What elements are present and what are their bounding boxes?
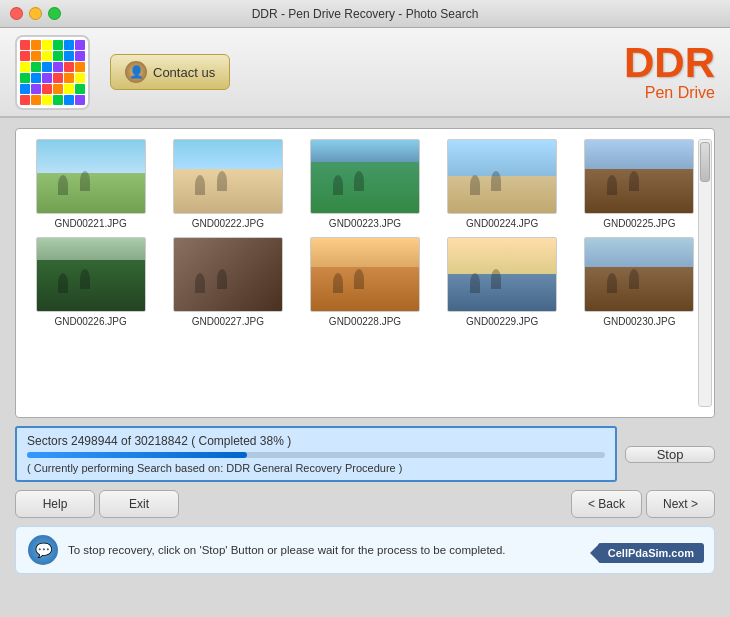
photo-item[interactable]: GND00230.JPG — [575, 237, 704, 327]
logo-cell — [64, 62, 74, 72]
logo-cell — [42, 95, 52, 105]
logo-cell — [75, 40, 85, 50]
logo-cell — [53, 73, 63, 83]
scrollbar[interactable] — [698, 139, 712, 407]
photo-filename: GND00227.JPG — [192, 316, 264, 327]
photo-item[interactable]: GND00225.JPG — [575, 139, 704, 229]
photo-filename: GND00221.JPG — [54, 218, 126, 229]
logo-cell — [42, 40, 52, 50]
logo-cell — [64, 51, 74, 61]
photo-thumbnail — [173, 139, 283, 214]
app-logo — [15, 35, 90, 110]
contact-button[interactable]: 👤 Contact us — [110, 54, 230, 90]
logo-cell — [31, 73, 41, 83]
logo-cell — [20, 62, 30, 72]
logo-cell — [53, 62, 63, 72]
photo-filename: GND00226.JPG — [54, 316, 126, 327]
photo-item[interactable]: GND00227.JPG — [163, 237, 292, 327]
photo-item[interactable]: GND00224.JPG — [438, 139, 567, 229]
photo-thumbnail — [173, 237, 283, 312]
logo-cell — [42, 51, 52, 61]
info-bar: 💬 To stop recovery, click on 'Stop' Butt… — [15, 526, 715, 574]
scroll-thumb[interactable] — [700, 142, 710, 182]
logo-cell — [31, 62, 41, 72]
header: 👤 Contact us DDR Pen Drive — [0, 28, 730, 118]
photo-item[interactable]: GND00222.JPG — [163, 139, 292, 229]
logo-cell — [53, 95, 63, 105]
progress-area: Sectors 2498944 of 30218842 ( Completed … — [15, 426, 715, 482]
logo-cell — [31, 84, 41, 94]
navigation-row: Help Exit < Back Next > — [15, 490, 715, 518]
logo-cell — [53, 40, 63, 50]
photo-thumbnail — [447, 139, 557, 214]
progress-track — [27, 452, 605, 458]
logo-cell — [20, 51, 30, 61]
logo-cell — [75, 95, 85, 105]
pen-drive-subtitle: Pen Drive — [624, 84, 715, 102]
photo-filename: GND00223.JPG — [329, 218, 401, 229]
title-bar: DDR - Pen Drive Recovery - Photo Search — [0, 0, 730, 28]
photo-filename: GND00230.JPG — [603, 316, 675, 327]
photo-filename: GND00222.JPG — [192, 218, 264, 229]
logo-cell — [75, 73, 85, 83]
logo-cell — [20, 84, 30, 94]
contact-area: 👤 Contact us — [110, 54, 230, 90]
logo-cell — [64, 40, 74, 50]
photo-filename: GND00224.JPG — [466, 218, 538, 229]
next-button[interactable]: Next > — [646, 490, 715, 518]
logo-cell — [53, 51, 63, 61]
logo-cell — [31, 40, 41, 50]
window-title: DDR - Pen Drive Recovery - Photo Search — [252, 7, 479, 21]
info-message: To stop recovery, click on 'Stop' Button… — [68, 544, 506, 556]
exit-button[interactable]: Exit — [99, 490, 179, 518]
photo-item[interactable]: GND00228.JPG — [300, 237, 429, 327]
logo-cell — [42, 84, 52, 94]
watermark: CellPdaSim.com — [598, 543, 704, 563]
logo-cell — [20, 73, 30, 83]
photo-filename: GND00228.JPG — [329, 316, 401, 327]
logo-cell — [31, 95, 41, 105]
photo-filename: GND00229.JPG — [466, 316, 538, 327]
logo-cell — [31, 51, 41, 61]
logo-cell — [64, 84, 74, 94]
logo-cell — [64, 95, 74, 105]
photo-thumbnail — [310, 237, 420, 312]
logo-cell — [42, 73, 52, 83]
logo-cell — [75, 62, 85, 72]
back-button[interactable]: < Back — [571, 490, 642, 518]
help-button[interactable]: Help — [15, 490, 95, 518]
photo-thumbnail — [584, 139, 694, 214]
progress-fill — [27, 452, 247, 458]
photo-thumbnail — [36, 237, 146, 312]
logo-cell — [64, 73, 74, 83]
ddr-title: DDR — [624, 42, 715, 84]
progress-detail: ( Currently performing Search based on: … — [27, 462, 605, 474]
progress-box: Sectors 2498944 of 30218842 ( Completed … — [15, 426, 617, 482]
logo-grid — [20, 40, 85, 105]
stop-button[interactable]: Stop — [625, 446, 715, 463]
photo-item[interactable]: GND00226.JPG — [26, 237, 155, 327]
photo-filename: GND00225.JPG — [603, 218, 675, 229]
close-button[interactable] — [10, 7, 23, 20]
window-controls — [10, 7, 61, 20]
photo-item[interactable]: GND00223.JPG — [300, 139, 429, 229]
photo-grid: GND00221.JPGGND00222.JPGGND00223.JPGGND0… — [26, 139, 704, 327]
photo-panel: GND00221.JPGGND00222.JPGGND00223.JPGGND0… — [15, 128, 715, 418]
logo-cell — [20, 95, 30, 105]
contact-label: Contact us — [153, 65, 215, 80]
logo-cell — [75, 51, 85, 61]
main-content: GND00221.JPGGND00222.JPGGND00223.JPGGND0… — [0, 118, 730, 617]
info-icon: 💬 — [28, 535, 58, 565]
progress-status: Sectors 2498944 of 30218842 ( Completed … — [27, 434, 605, 448]
photo-item[interactable]: GND00229.JPG — [438, 237, 567, 327]
contact-icon: 👤 — [125, 61, 147, 83]
logo-cell — [42, 62, 52, 72]
photo-item[interactable]: GND00221.JPG — [26, 139, 155, 229]
maximize-button[interactable] — [48, 7, 61, 20]
logo-cell — [53, 84, 63, 94]
ddr-logo: DDR Pen Drive — [624, 42, 715, 102]
minimize-button[interactable] — [29, 7, 42, 20]
photo-thumbnail — [310, 139, 420, 214]
photo-thumbnail — [36, 139, 146, 214]
photo-thumbnail — [584, 237, 694, 312]
